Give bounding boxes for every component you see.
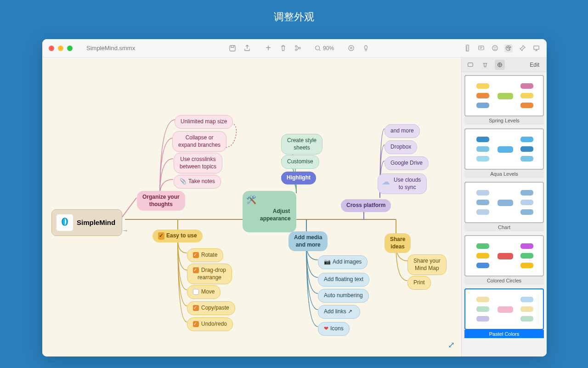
svg-point-2 — [299, 47, 300, 49]
theme-label: Chart — [464, 223, 544, 231]
root-node[interactable]: SimpleMind — [51, 209, 122, 236]
fullscreen-icon[interactable]: ⤢ — [448, 340, 455, 350]
node-clouds-sync[interactable]: ☁Use clouds to sync — [378, 173, 427, 194]
trash-tab-icon[interactable] — [480, 60, 490, 70]
minimize-button[interactable] — [58, 46, 63, 51]
cloud-icon: ☁ — [382, 177, 390, 187]
svg-point-5 — [348, 46, 353, 51]
node-copypaste[interactable]: Copy/paste — [187, 301, 235, 315]
node-icons[interactable]: ❤Icons — [318, 322, 350, 336]
node-andmore[interactable]: and more — [384, 124, 420, 138]
checkbox-empty-icon — [193, 289, 199, 295]
presentation-icon[interactable] — [532, 44, 540, 52]
themes-tab-icon[interactable] — [495, 60, 505, 70]
theme-label: Pastel Colors — [464, 330, 544, 338]
node-share-ideas[interactable]: Share ideas — [384, 233, 411, 253]
node-undoredo[interactable]: Undo/redo — [187, 317, 233, 331]
app-window: SimpleMind.smmx + 90% — [42, 39, 547, 356]
theme-label: Aqua Levels — [464, 170, 544, 178]
svg-rect-8 — [478, 46, 483, 50]
svg-point-11 — [495, 47, 496, 47]
checkbox-checked-icon — [193, 252, 199, 258]
svg-point-13 — [508, 46, 509, 47]
close-button[interactable] — [49, 46, 54, 51]
palette-icon[interactable] — [504, 44, 513, 52]
node-organize[interactable]: Organize your thoughts — [137, 191, 185, 211]
zoom-control[interactable]: 90% — [315, 45, 334, 52]
themes-list[interactable]: Spring Levels Aqua Levels Chart Colored … — [462, 72, 547, 356]
node-crosslinks[interactable]: Use crosslinks between topics — [174, 153, 222, 173]
themes-sidebar: Edit Spring Levels Aqua Levels Chart C — [461, 58, 547, 356]
node-cross-platform[interactable]: Cross platform — [341, 199, 391, 212]
theme-card-spring-levels[interactable]: Spring Levels — [464, 75, 544, 125]
theme-preview — [464, 128, 544, 170]
theme-card-chart[interactable]: Chart — [464, 182, 544, 231]
node-adjust-appearance[interactable]: 🛠️ Adjust appearance — [243, 191, 296, 232]
collapse-indicator[interactable]: ⊸ — [123, 228, 127, 234]
sidebar-toolbar: Edit — [462, 58, 547, 72]
theme-preview — [464, 182, 544, 223]
target-icon[interactable] — [347, 44, 355, 52]
theme-label: Spring Levels — [464, 116, 544, 125]
svg-point-14 — [509, 47, 510, 48]
ruler-icon[interactable] — [463, 44, 471, 52]
node-googledrive[interactable]: Google Drive — [384, 156, 429, 170]
save-icon[interactable] — [228, 44, 237, 52]
node-highlight[interactable]: Highlight — [281, 172, 316, 184]
node-move[interactable]: Move — [187, 285, 220, 299]
node-dropbox[interactable]: Dropbox — [384, 140, 417, 154]
pin-icon[interactable] — [518, 44, 526, 52]
bulb-icon[interactable] — [362, 44, 370, 52]
paperclip-icon: 📎 — [180, 178, 187, 185]
window-controls — [49, 46, 73, 51]
share-icon[interactable] — [243, 44, 251, 52]
node-share-mindmap[interactable]: Share your Mind Map — [407, 254, 447, 275]
checkbox-checked-icon — [193, 321, 199, 327]
trash-icon[interactable] — [279, 44, 287, 52]
svg-point-6 — [350, 47, 352, 49]
edit-button[interactable]: Edit — [526, 61, 543, 69]
maximize-button[interactable] — [67, 46, 73, 51]
note-tab-icon[interactable] — [465, 60, 475, 70]
add-icon[interactable]: + — [264, 44, 272, 52]
note-icon[interactable] — [477, 44, 485, 52]
node-auto-numbering[interactable]: Auto numbering — [318, 289, 369, 303]
theme-preview — [464, 288, 544, 330]
node-customise[interactable]: Customise — [281, 155, 319, 169]
svg-rect-15 — [533, 46, 538, 50]
theme-card-pastel-colors[interactable]: Pastel Colors — [464, 288, 544, 338]
emoji-icon[interactable] — [491, 44, 499, 52]
node-unlimited-map[interactable]: Unlimited map size — [175, 115, 233, 129]
mindmap-canvas[interactable]: SimpleMind ⊸ Organize your thoughts Unli… — [42, 58, 461, 356]
connect-icon[interactable] — [294, 44, 302, 52]
checkbox-checked-icon — [193, 267, 199, 273]
camera-icon: 📷 — [324, 259, 331, 266]
node-print[interactable]: Print — [407, 276, 431, 290]
node-easy-to-use[interactable]: ✓Easy to use — [153, 230, 203, 242]
theme-card-colored-circles[interactable]: Colored Circles — [464, 235, 544, 285]
node-take-notes[interactable]: 📎Take notes — [174, 175, 221, 189]
theme-preview — [464, 235, 544, 276]
node-dragdrop[interactable]: Drag-drop rearrange — [187, 264, 232, 284]
node-floating-text[interactable]: Add floating text — [318, 273, 369, 287]
checkbox-checked-icon — [193, 305, 199, 311]
theme-card-aqua-levels[interactable]: Aqua Levels — [464, 128, 544, 178]
titlebar: SimpleMind.smmx + 90% — [42, 39, 547, 58]
svg-rect-16 — [468, 63, 473, 66]
node-add-media[interactable]: Add media and more — [288, 231, 328, 251]
svg-point-4 — [316, 46, 320, 50]
theme-preview — [464, 75, 544, 116]
svg-rect-0 — [230, 46, 235, 51]
page-heading: 调整外观 — [0, 0, 588, 32]
node-stylesheets[interactable]: Create style sheets — [281, 134, 322, 155]
node-add-links[interactable]: Add links ↗ — [318, 305, 360, 319]
app-logo-icon — [57, 214, 73, 231]
svg-point-12 — [507, 47, 508, 48]
svg-point-3 — [295, 49, 297, 51]
node-collapse-expand[interactable]: Collapse or expand branches — [172, 131, 226, 152]
external-link-icon: ↗ — [348, 308, 352, 316]
node-rotate[interactable]: Rotate — [187, 248, 223, 262]
node-add-images[interactable]: 📷Add images — [318, 255, 368, 269]
tools-icon: 🛠️ — [246, 195, 256, 205]
svg-point-10 — [494, 47, 494, 47]
